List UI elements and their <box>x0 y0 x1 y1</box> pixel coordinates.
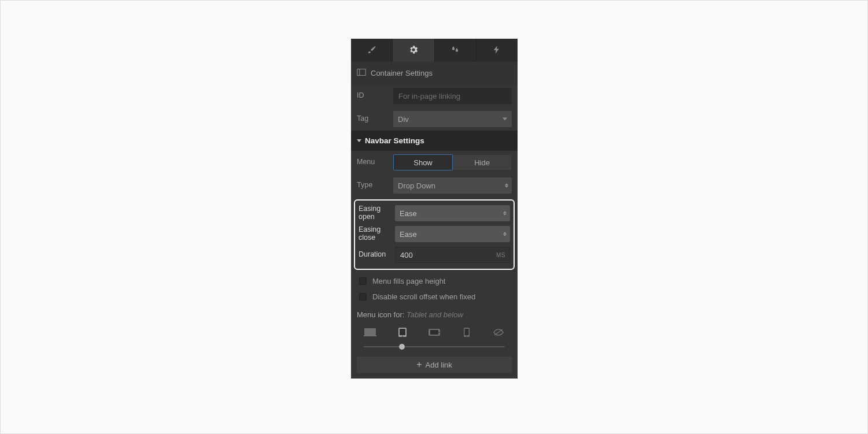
id-label: ID <box>357 92 389 100</box>
id-input[interactable] <box>393 88 512 104</box>
type-row: Type Drop Down <box>351 174 518 197</box>
easing-close-value: Ease <box>400 230 417 239</box>
add-link-button[interactable]: + Add link <box>357 357 512 373</box>
phone-landscape-icon <box>428 328 441 338</box>
breakpoint-desktop[interactable] <box>364 328 376 339</box>
svg-point-9 <box>439 332 440 333</box>
settings-panel: Container Settings ID Tag Div Navbar Set… <box>351 39 518 379</box>
slider-track <box>364 346 505 347</box>
container-settings-header: Container Settings <box>351 62 518 84</box>
menu-icon-for-row: Menu icon for: Tablet and below <box>351 305 518 321</box>
plus-icon: + <box>416 360 422 369</box>
easing-open-value: Ease <box>400 209 417 218</box>
easing-close-label: Easing close <box>359 226 390 242</box>
breakpoint-landscape[interactable] <box>428 328 441 338</box>
tab-interactions[interactable] <box>435 39 477 62</box>
easing-close-row: Easing close Ease <box>357 224 511 244</box>
menu-icon-for-label: Menu icon for: <box>357 310 404 319</box>
sort-icon <box>503 212 507 216</box>
tag-select-value: Div <box>398 115 409 124</box>
easing-highlight-box: Easing open Ease Easing close Ease Durat… <box>354 199 515 270</box>
tablet-icon <box>398 327 407 339</box>
svg-point-12 <box>466 336 467 337</box>
navbar-settings-title: Navbar Settings <box>365 136 424 145</box>
easing-open-select[interactable]: Ease <box>395 205 510 221</box>
droplets-icon <box>450 44 460 57</box>
tab-settings[interactable] <box>393 39 434 62</box>
tag-select[interactable]: Div <box>393 111 512 127</box>
svg-rect-3 <box>364 335 376 336</box>
tag-row: Tag Div <box>351 107 518 131</box>
svg-rect-0 <box>357 69 365 75</box>
disable-scroll-label: Disable scroll offset when fixed <box>372 292 475 301</box>
menu-row: Menu Show Hide <box>351 151 518 174</box>
duration-row: Duration MS <box>357 244 511 265</box>
chevron-down-icon <box>503 118 507 121</box>
breakpoint-phone[interactable] <box>460 327 472 339</box>
tag-label: Tag <box>357 115 389 123</box>
caret-down-icon <box>357 139 361 142</box>
breakpoint-slider-wrap <box>351 340 518 355</box>
desktop-icon <box>364 328 376 339</box>
sort-icon <box>505 184 508 188</box>
easing-close-select[interactable]: Ease <box>395 226 510 242</box>
breakpoint-none[interactable] <box>493 328 505 338</box>
disable-scroll-checkbox[interactable] <box>359 293 367 301</box>
easing-open-label: Easing open <box>359 205 390 221</box>
slider-thumb[interactable] <box>399 344 405 350</box>
type-select-value: Drop Down <box>398 181 435 190</box>
easing-open-row: Easing open Ease <box>357 203 511 224</box>
menu-hide-button[interactable]: Hide <box>453 154 512 170</box>
menu-label: Menu <box>357 158 389 166</box>
phone-icon <box>463 327 470 339</box>
gear-icon <box>408 44 419 57</box>
svg-rect-2 <box>364 328 376 335</box>
container-icon <box>357 68 366 78</box>
lightning-icon <box>492 44 502 57</box>
type-label: Type <box>357 181 389 190</box>
menu-fills-row: Menu fills page height <box>351 273 518 289</box>
id-row: ID <box>351 84 518 107</box>
tab-style[interactable] <box>351 39 393 62</box>
container-settings-title: Container Settings <box>371 69 433 77</box>
menu-icon-for-value: Tablet and below <box>407 310 463 319</box>
duration-unit: MS <box>496 252 505 258</box>
duration-input[interactable] <box>395 247 510 263</box>
svg-rect-8 <box>430 330 438 335</box>
eye-slash-icon <box>493 328 504 338</box>
menu-show-button[interactable]: Show <box>393 154 453 170</box>
menu-toggle: Show Hide <box>393 154 512 170</box>
brush-icon <box>367 44 377 57</box>
svg-point-6 <box>402 336 403 337</box>
breakpoint-tablet[interactable] <box>396 327 408 339</box>
tab-effects[interactable] <box>477 39 518 62</box>
svg-rect-11 <box>464 329 468 335</box>
disable-scroll-row: Disable scroll offset when fixed <box>351 289 518 305</box>
type-select[interactable]: Drop Down <box>393 177 512 194</box>
svg-rect-5 <box>400 329 405 335</box>
sort-icon <box>503 232 507 236</box>
navbar-settings-header[interactable]: Navbar Settings <box>351 131 518 151</box>
menu-fills-label: Menu fills page height <box>372 277 445 285</box>
menu-fills-checkbox[interactable] <box>359 277 367 285</box>
breakpoint-icons <box>351 321 518 340</box>
panel-tabs <box>351 39 518 62</box>
breakpoint-slider[interactable] <box>364 344 505 350</box>
duration-label: Duration <box>359 251 390 259</box>
add-link-label: Add link <box>426 361 452 369</box>
